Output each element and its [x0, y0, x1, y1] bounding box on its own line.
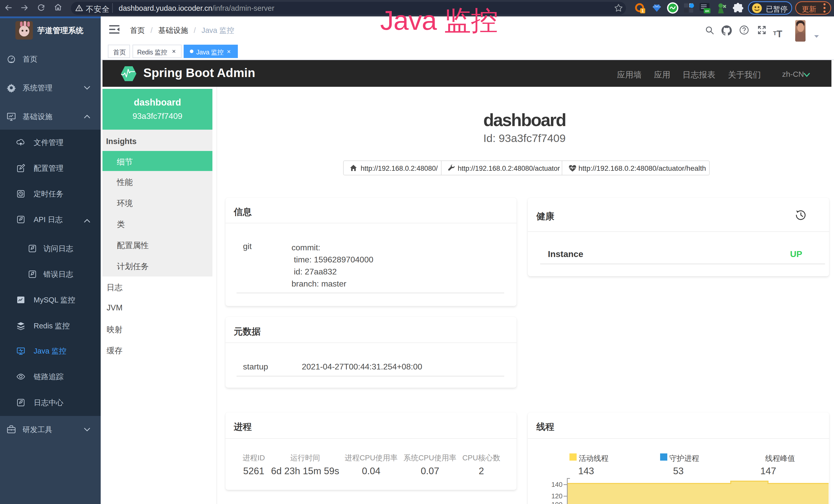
svg-text:1: 1 [642, 9, 644, 13]
svg-text:on: on [705, 9, 709, 13]
